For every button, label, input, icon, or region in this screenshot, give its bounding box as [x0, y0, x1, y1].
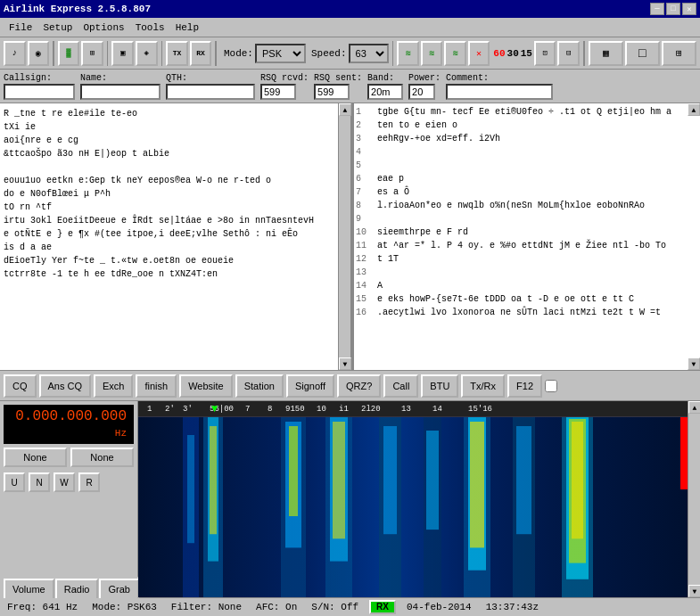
- log-num-2: 2: [356, 119, 374, 132]
- rx-status-button[interactable]: RX: [369, 600, 396, 614]
- waterfall-svg: [138, 417, 688, 597]
- macro-ans-cq[interactable]: Ans CQ: [39, 374, 92, 398]
- band-input[interactable]: [367, 84, 403, 100]
- scroll-up-btn[interactable]: ▲: [339, 103, 351, 116]
- log-text-8: l.rioaAon*eo e nwqlb o%n(neSn MoLm{hxloe…: [377, 199, 645, 212]
- waterfall-image[interactable]: [138, 417, 688, 597]
- macro-website[interactable]: Website: [179, 374, 233, 398]
- close-button[interactable]: ✕: [682, 3, 696, 15]
- music-button[interactable]: ♪: [4, 41, 26, 66]
- signal-icon-3: ≋: [444, 41, 466, 66]
- tab-grab[interactable]: Grab: [99, 579, 138, 598]
- log-num-4: 4: [356, 145, 374, 159]
- status-time: 13:37:43z: [482, 602, 542, 612]
- log-num-7: 7: [356, 185, 374, 199]
- qth-input[interactable]: [166, 84, 255, 100]
- log-line-16: 16.aecytlwi lvo lxonoroa ne sÛTn laci nt…: [356, 306, 686, 319]
- toolbar-btn-5[interactable]: ▣: [111, 41, 134, 66]
- macro-exch[interactable]: Exch: [94, 374, 133, 398]
- log-scroll-up[interactable]: ▲: [688, 103, 700, 116]
- log-text-7: es a Ô: [377, 185, 409, 199]
- text-line-4: &ttcaoŠpo ã3o nH E|)eop t aLbie: [4, 147, 334, 160]
- none-btn-2[interactable]: None: [70, 448, 134, 467]
- waterfall-area: 0.000.000.000 Hz None None U N W R Volum…: [0, 401, 700, 597]
- small-btn-u[interactable]: U: [4, 472, 25, 492]
- menu-setup[interactable]: Setup: [37, 21, 78, 34]
- log-btn-3[interactable]: ⊞: [662, 41, 696, 66]
- rx-button[interactable]: RX: [190, 41, 212, 66]
- log-scroll-down[interactable]: ▼: [688, 357, 700, 370]
- log-btn-2[interactable]: □: [625, 41, 660, 66]
- minimize-button[interactable]: —: [650, 3, 664, 15]
- text-line-13: tctrr8te -1 te h ee tdRe_ooe n tXNZ4T:en: [4, 267, 334, 281]
- macro-signoff[interactable]: Signoff: [286, 374, 334, 398]
- search-button[interactable]: ◉: [28, 41, 50, 66]
- menu-options[interactable]: Options: [78, 21, 129, 34]
- macro-call[interactable]: Call: [383, 374, 418, 398]
- small-btn-r[interactable]: R: [78, 472, 100, 492]
- log-num-6: 6: [356, 172, 374, 185]
- macro-btu[interactable]: BTU: [421, 374, 458, 398]
- name-input[interactable]: [80, 84, 161, 100]
- comment-input[interactable]: [446, 84, 553, 100]
- macro-finish[interactable]: finish: [136, 374, 177, 398]
- toolbar-btn-7[interactable]: ⊡: [534, 41, 556, 66]
- tx-button[interactable]: TX: [166, 41, 188, 66]
- log-line-7: 7es a Ô: [356, 185, 686, 199]
- macro-checkbox[interactable]: [545, 380, 557, 392]
- wf-scale-3: 3': [183, 405, 193, 414]
- speed-60: 60: [493, 48, 505, 59]
- small-btn-w[interactable]: W: [54, 472, 75, 492]
- macro-f12[interactable]: F12: [507, 374, 542, 398]
- wf-marker: ▼: [211, 403, 218, 415]
- log-text-14: A: [377, 279, 383, 292]
- wf-scroll-down[interactable]: ▼: [688, 585, 700, 597]
- rsq-sent-input[interactable]: [314, 84, 350, 100]
- toolbar-btn-4[interactable]: ⊞: [81, 41, 103, 66]
- log-num-12: 12: [356, 252, 374, 266]
- macro-cq[interactable]: CQ: [4, 374, 37, 398]
- macro-station[interactable]: Station: [235, 374, 284, 398]
- wf-scale-13: 15'16: [468, 405, 492, 414]
- tab-volume[interactable]: Volume: [4, 579, 54, 598]
- qth-group: QTH:: [166, 73, 255, 100]
- scroll-down-btn[interactable]: ▼: [339, 357, 351, 370]
- speed-select[interactable]: 63 31 125: [349, 44, 389, 63]
- search-icon: ◉: [36, 48, 41, 59]
- macro-txrx[interactable]: Tx/Rx: [461, 374, 505, 398]
- toolbar-btn-3[interactable]: ▓: [58, 41, 80, 66]
- power-input[interactable]: [408, 84, 435, 100]
- mode-select[interactable]: PSK RTTY CW: [255, 44, 306, 63]
- tab-radio[interactable]: Radio: [55, 579, 99, 598]
- status-sn: S/N: Off: [308, 602, 362, 612]
- comment-label: Comment:: [446, 73, 553, 83]
- toolbar-btn-6[interactable]: ◈: [136, 41, 158, 66]
- svg-rect-25: [138, 417, 688, 597]
- menu-help[interactable]: Help: [170, 21, 204, 34]
- log-num-14: 14: [356, 279, 374, 292]
- log-line-11: 11at ^ar =* l. P 4 oy. e %#o ettdNt jM e…: [356, 239, 686, 252]
- callsign-label: Callsign:: [4, 73, 75, 83]
- menu-tools[interactable]: Tools: [130, 21, 170, 34]
- toolbar-separator-5: [392, 41, 394, 66]
- text-line-1: R _tne t re ele#ile te-eo: [4, 107, 334, 120]
- callsign-input[interactable]: [4, 84, 75, 100]
- log-text-3: eehRgv-+oe xd=eff. i2Vh: [377, 132, 500, 145]
- log-line-3: 3eehRgv-+oe xd=eff. i2Vh: [356, 132, 686, 145]
- log-btn-1[interactable]: ▦: [589, 41, 623, 66]
- wf-scroll-up[interactable]: ▲: [688, 401, 700, 414]
- macro-qrz[interactable]: QRZ?: [337, 374, 381, 398]
- maximize-button[interactable]: □: [666, 3, 680, 15]
- rsq-rcvd-input[interactable]: [260, 84, 296, 100]
- app-title: Airlink Express 2.5.8.807: [4, 4, 151, 14]
- none-btn-1[interactable]: None: [4, 448, 67, 467]
- menu-file[interactable]: File: [4, 21, 37, 34]
- left-text-area[interactable]: R _tne t re ele#ile te-eo tXi ie aoi{nre…: [0, 103, 338, 370]
- log-num-13: 13: [356, 266, 374, 279]
- toolbar-separator-2: [107, 41, 109, 66]
- log-text-10: sieemthrpe e F rd: [377, 226, 468, 239]
- waterfall-scale: 1 2' 3' 56|00 7 8 9150 10 i1 2l20 13 14 …: [138, 401, 688, 417]
- toolbar-btn-8[interactable]: ⊟: [557, 41, 580, 66]
- log-text-6: eae p: [377, 172, 404, 185]
- small-btn-n[interactable]: N: [29, 472, 50, 492]
